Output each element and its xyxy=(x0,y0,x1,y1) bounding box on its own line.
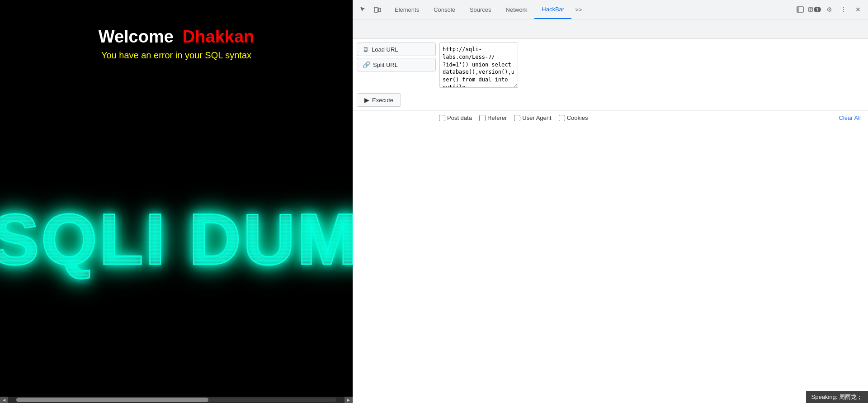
split-url-button[interactable]: 🔗 Split URL xyxy=(357,58,436,71)
hackbar-topbar-bar xyxy=(353,19,868,39)
devtools-topbar: Elements Console Sources Network HackBar… xyxy=(353,0,868,19)
responsive-icon-btn[interactable] xyxy=(371,3,384,16)
user-agent-option[interactable]: User Agent xyxy=(514,114,551,121)
watermark-text: Speaking: 周雨龙； xyxy=(811,394,863,400)
dock-icon[interactable] xyxy=(794,3,807,16)
referer-label: Referer xyxy=(487,114,507,121)
tab-more-btn[interactable]: >> xyxy=(571,0,585,19)
devtools-right-icons: 1 ⚙ ⋮ ✕ xyxy=(794,3,864,16)
load-url-icon: 🖥 xyxy=(363,46,369,53)
main-container: Welcome Dhakkan You have an error in you… xyxy=(0,0,868,403)
post-data-label: Post data xyxy=(447,114,472,121)
svg-rect-3 xyxy=(797,7,799,12)
hackbar-url-area: 🖥 Load URL 🔗 Split URL http://sqli-labs.… xyxy=(353,39,868,91)
devtools-left-icons xyxy=(357,3,384,16)
clear-all-button[interactable]: Clear All xyxy=(839,114,861,121)
execute-button[interactable]: ▶ Execute xyxy=(357,93,401,107)
hackbar-buttons: 🖥 Load URL 🔗 Split URL xyxy=(357,43,436,71)
load-url-button[interactable]: 🖥 Load URL xyxy=(357,43,436,56)
webpage-content: Welcome Dhakkan You have an error in you… xyxy=(0,0,353,70)
scrollbar-thumb[interactable] xyxy=(16,398,208,402)
svg-rect-1 xyxy=(378,8,381,12)
tab-console[interactable]: Console xyxy=(426,0,462,19)
notification-badge: 1 xyxy=(814,7,821,12)
inspect-icon-btn[interactable] xyxy=(357,3,369,16)
more-options-icon[interactable]: ⋮ xyxy=(837,3,850,16)
scroll-right-arrow[interactable]: ▶ xyxy=(344,397,353,403)
execute-icon: ▶ xyxy=(364,96,369,104)
cookies-option[interactable]: Cookies xyxy=(559,114,588,121)
referer-option[interactable]: Referer xyxy=(479,114,507,121)
referer-checkbox[interactable] xyxy=(479,115,486,121)
devtools-panel: Elements Console Sources Network HackBar… xyxy=(353,0,868,403)
svg-rect-0 xyxy=(374,7,378,12)
welcome-text: Welcome xyxy=(99,27,174,47)
devtools-tabs: Elements Console Sources Network HackBar… xyxy=(387,0,794,19)
execute-label: Execute xyxy=(372,97,393,104)
url-textarea[interactable]: http://sqli-labs.com/Less-7/ ?id=1')) un… xyxy=(439,43,518,88)
webpage-area: Welcome Dhakkan You have an error in you… xyxy=(0,0,353,403)
cookies-checkbox[interactable] xyxy=(559,115,565,121)
user-agent-checkbox[interactable] xyxy=(514,115,520,121)
split-url-icon: 🔗 xyxy=(363,61,370,68)
tab-elements[interactable]: Elements xyxy=(387,0,426,19)
tab-network[interactable]: Network xyxy=(499,0,535,19)
cookies-label: Cookies xyxy=(567,114,588,121)
sqli-banner-text: SQLI DUMB S xyxy=(0,198,353,281)
welcome-name: Dhakkan xyxy=(183,27,254,47)
watermark: Speaking: 周雨龙； xyxy=(806,391,868,403)
settings-icon[interactable]: ⚙ xyxy=(823,3,835,16)
tab-hackbar[interactable]: HackBar xyxy=(534,0,571,19)
close-icon[interactable]: ✕ xyxy=(852,3,864,16)
hackbar-content: 🖥 Load URL 🔗 Split URL http://sqli-labs.… xyxy=(353,19,868,403)
options-row: Post data Referer User Agent Cookies Cle… xyxy=(353,110,868,125)
url-textarea-wrapper: http://sqli-labs.com/Less-7/ ?id=1')) un… xyxy=(439,43,864,90)
post-data-option[interactable]: Post data xyxy=(439,114,472,121)
load-url-label: Load URL xyxy=(372,46,398,53)
post-data-checkbox[interactable] xyxy=(439,115,445,121)
scrollbar-track[interactable] xyxy=(16,398,336,402)
badge-icon[interactable]: 1 xyxy=(808,3,821,16)
scroll-left-arrow[interactable]: ◀ xyxy=(0,397,8,403)
split-url-label: Split URL xyxy=(373,62,398,68)
tab-sources[interactable]: Sources xyxy=(462,0,499,19)
execute-row: ▶ Execute xyxy=(353,91,868,110)
horizontal-scrollbar[interactable]: ◀ ▶ xyxy=(0,397,353,403)
user-agent-label: User Agent xyxy=(522,114,551,121)
error-text: You have an error in your SQL syntax xyxy=(18,50,335,61)
